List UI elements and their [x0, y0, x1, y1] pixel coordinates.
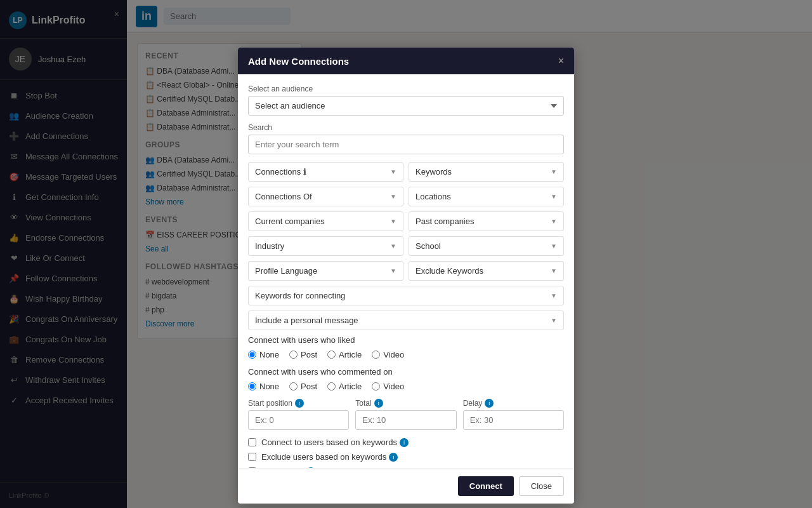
chevron-down-icon: ▼: [551, 218, 557, 225]
chevron-down-icon: ▼: [551, 317, 557, 324]
start-position-input[interactable]: [248, 410, 349, 430]
total-input[interactable]: [355, 410, 456, 430]
commented-article-option[interactable]: Article: [327, 382, 362, 391]
search-label: Search: [248, 123, 564, 132]
total-info-icon[interactable]: i: [374, 399, 383, 408]
exclude-keywords-label: Exclude users based on keywords i: [261, 452, 398, 462]
liked-none-label: None: [259, 350, 279, 359]
liked-post-option[interactable]: Post: [289, 350, 317, 359]
exclude-keywords-checkbox[interactable]: [248, 453, 256, 461]
commented-post-option[interactable]: Post: [289, 382, 317, 391]
search-group: Search: [248, 123, 564, 154]
start-position-item: Start position i: [248, 399, 349, 430]
connect-button[interactable]: Connect: [458, 476, 514, 496]
filter-include-personal-message[interactable]: Include a personal message ▼: [248, 311, 564, 330]
filter-past-companies[interactable]: Past companies ▼: [409, 211, 564, 231]
start-position-label: Start position i: [248, 399, 349, 408]
chevron-down-icon: ▼: [390, 267, 396, 274]
filter-keywords-for-connecting[interactable]: Keywords for connecting ▼: [248, 286, 564, 305]
liked-post-label: Post: [301, 350, 317, 359]
chevron-down-icon: ▼: [390, 168, 396, 175]
view-profile-checkbox-item[interactable]: View profile i: [248, 467, 564, 468]
audience-group: Select an audience Select an audience: [248, 84, 564, 116]
total-label: Total i: [355, 399, 456, 408]
close-button[interactable]: Close: [519, 476, 564, 496]
total-item: Total i: [355, 399, 456, 430]
commented-article-label: Article: [339, 382, 362, 391]
commented-video-radio[interactable]: [372, 382, 380, 391]
delay-item: Delay i: [463, 399, 564, 430]
filter-profile-language-label: Profile Language: [255, 266, 317, 276]
liked-article-radio[interactable]: [327, 351, 336, 359]
commented-none-label: None: [259, 382, 279, 391]
commented-none-radio[interactable]: [248, 382, 256, 391]
add-connections-modal: Add New Connections × Select an audience…: [238, 48, 574, 504]
search-input[interactable]: [248, 135, 564, 154]
chevron-down-icon: ▼: [551, 168, 557, 175]
liked-none-option[interactable]: None: [248, 350, 279, 359]
filter-current-companies[interactable]: Current companies ▼: [248, 211, 403, 231]
commented-radio-group: None Post Article Video: [248, 382, 564, 391]
liked-radio-group: None Post Article Video: [248, 350, 564, 359]
filter-locations[interactable]: Locations ▼: [409, 187, 564, 206]
liked-video-label: Video: [383, 350, 404, 359]
liked-none-radio[interactable]: [248, 351, 256, 359]
chevron-down-icon: ▼: [390, 218, 396, 225]
commented-post-radio[interactable]: [289, 382, 298, 391]
filter-past-companies-label: Past companies: [416, 217, 475, 226]
commented-post-label: Post: [301, 382, 317, 391]
filter-connections-of-label: Connections Of: [255, 192, 312, 201]
modal-body: Select an audience Select an audience Se…: [238, 74, 574, 468]
filter-include-message-label: Include a personal message: [255, 316, 358, 325]
filter-connections-of[interactable]: Connections Of ▼: [248, 187, 403, 206]
chevron-down-icon: ▼: [390, 193, 396, 200]
modal-close-button[interactable]: ×: [558, 55, 564, 67]
filter-industry[interactable]: Industry ▼: [248, 236, 403, 256]
start-position-info-icon[interactable]: i: [295, 399, 304, 408]
exclude-keywords-checkbox-item[interactable]: Exclude users based on keywords i: [248, 452, 564, 462]
commented-title: Connect with users who commented on: [248, 367, 564, 377]
exclude-keywords-info-icon[interactable]: i: [389, 453, 398, 462]
liked-title: Connect with users who liked: [248, 335, 564, 345]
view-profile-info-icon[interactable]: i: [306, 467, 315, 469]
liked-article-option[interactable]: Article: [327, 350, 362, 359]
commented-none-option[interactable]: None: [248, 382, 279, 391]
view-profile-label: View profile i: [261, 467, 315, 468]
chevron-down-icon: ▼: [551, 193, 557, 200]
modal-footer: Connect Close: [238, 468, 574, 504]
filter-keywords-label: Keywords: [416, 167, 452, 177]
commented-video-option[interactable]: Video: [372, 382, 404, 391]
filter-school-label: School: [416, 241, 441, 251]
chevron-down-icon: ▼: [551, 267, 557, 274]
liked-video-option[interactable]: Video: [372, 350, 404, 359]
modal-header: Add New Connections ×: [238, 48, 574, 74]
delay-info-icon[interactable]: i: [485, 399, 494, 408]
commented-video-label: Video: [383, 382, 404, 391]
audience-select[interactable]: Select an audience: [248, 96, 564, 116]
chevron-down-icon: ▼: [551, 243, 557, 250]
connect-keywords-info-icon[interactable]: i: [400, 438, 409, 447]
filter-current-companies-label: Current companies: [255, 217, 325, 226]
filter-keywords[interactable]: Keywords ▼: [409, 162, 564, 182]
filter-connections-label: Connections ℹ: [255, 167, 306, 177]
connect-keywords-checkbox-item[interactable]: Connect to users based on keywords i: [248, 438, 564, 447]
chevron-down-icon: ▼: [390, 243, 396, 250]
filter-exclude-keywords[interactable]: Exclude Keywords ▼: [409, 261, 564, 281]
commented-group: Connect with users who commented on None…: [248, 367, 564, 391]
filter-connections[interactable]: Connections ℹ ▼: [248, 162, 403, 182]
connect-keywords-checkbox[interactable]: [248, 438, 256, 446]
filter-locations-label: Locations: [416, 192, 451, 201]
checkbox-group: Connect to users based on keywords i Exc…: [248, 438, 564, 468]
position-row: Start position i Total i Delay i: [248, 399, 564, 430]
liked-post-radio[interactable]: [289, 351, 298, 359]
liked-video-radio[interactable]: [372, 351, 380, 359]
delay-input[interactable]: [463, 410, 564, 430]
delay-label: Delay i: [463, 399, 564, 408]
view-profile-checkbox[interactable]: [248, 467, 256, 468]
liked-group: Connect with users who liked None Post A…: [248, 335, 564, 359]
liked-article-label: Article: [339, 350, 362, 359]
filter-profile-language[interactable]: Profile Language ▼: [248, 261, 403, 281]
audience-label: Select an audience: [248, 84, 564, 93]
filter-school[interactable]: School ▼: [409, 236, 564, 256]
commented-article-radio[interactable]: [327, 382, 336, 391]
